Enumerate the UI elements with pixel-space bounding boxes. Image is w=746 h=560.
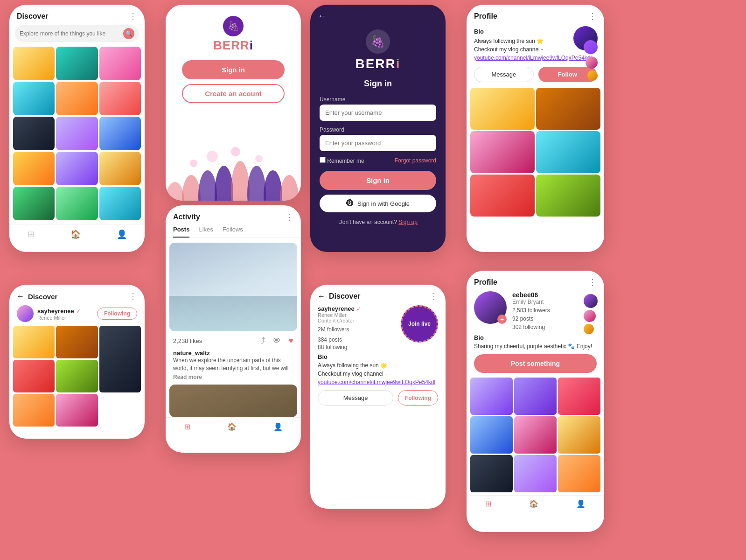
message-button[interactable]: Message xyxy=(474,67,534,82)
post-username: nature_waltz xyxy=(173,350,293,357)
photo-3[interactable] xyxy=(99,47,141,80)
p8-photo-4[interactable] xyxy=(470,416,513,454)
profile-photo-4[interactable] xyxy=(536,131,600,173)
p8-photo-1[interactable] xyxy=(470,378,513,415)
p8-photo-3[interactable] xyxy=(558,378,600,415)
phone5-menu-icon[interactable]: ⋮ xyxy=(129,291,137,301)
profile-nav-8[interactable]: 👤 xyxy=(576,499,586,508)
photo-10[interactable] xyxy=(13,152,55,185)
p5-photo-2[interactable] xyxy=(56,326,98,358)
profile-photo-1[interactable] xyxy=(470,88,535,130)
photo-7[interactable] xyxy=(13,117,55,150)
create-account-button[interactable]: Create an acount xyxy=(182,84,285,103)
svg-point-6 xyxy=(264,170,282,201)
p5-photo-7[interactable] xyxy=(56,394,98,427)
read-more-link[interactable]: Read more xyxy=(173,374,202,380)
phone1-menu-icon[interactable]: ⋮ xyxy=(129,11,137,21)
photo-4[interactable] xyxy=(13,82,55,115)
vlog-link[interactable]: youtube.com/channel/iLmwjee9wfLOqxPe54kd… xyxy=(474,55,592,61)
like-icon[interactable]: ♥ xyxy=(288,336,293,346)
vlog-link-7[interactable]: youtube.com/channel/iLmwjee9wfLOqxPe54kd… xyxy=(318,379,435,385)
phone4-header: Profile ⋮ xyxy=(467,5,604,25)
photo-8[interactable] xyxy=(56,117,98,150)
p8-photo-5[interactable] xyxy=(514,416,557,454)
username-field[interactable] xyxy=(320,105,436,121)
join-live-button[interactable]: Join live xyxy=(401,305,438,343)
photo-5[interactable] xyxy=(56,82,98,115)
p5-photo-3[interactable] xyxy=(99,326,141,392)
photo-1[interactable] xyxy=(13,47,55,80)
photo-12[interactable] xyxy=(99,152,141,185)
phone8-menu-icon[interactable]: ⋮ xyxy=(588,277,597,287)
grid-nav-8[interactable]: ⊞ xyxy=(485,499,491,508)
password-field[interactable] xyxy=(320,135,436,151)
post-photo-secondary[interactable] xyxy=(169,385,297,417)
signup-link[interactable]: Sign up xyxy=(398,219,418,225)
home-icon[interactable]: 🏠 xyxy=(70,229,81,239)
berri-logo-area: 🍇 BERRBERRii xyxy=(213,5,253,60)
tab-posts[interactable]: Posts xyxy=(173,226,189,238)
phone5-user-text: sayheyrenee ✓ Renee Miller xyxy=(37,307,81,321)
message-btn-7[interactable]: Message xyxy=(318,390,393,406)
following-btn-7[interactable]: Following xyxy=(398,390,438,406)
p5-photo-6[interactable] xyxy=(13,394,55,427)
photo-6[interactable] xyxy=(99,82,141,115)
remember-checkbox[interactable] xyxy=(320,157,326,163)
back-icon[interactable]: ← xyxy=(17,292,24,301)
phone5-header: ← Discover ⋮ xyxy=(9,285,145,305)
phone1-search-bar[interactable]: 🔍 xyxy=(15,25,139,42)
p8-photo-7[interactable] xyxy=(470,455,513,492)
profile-nav-icon[interactable]: 👤 xyxy=(273,422,283,431)
phone6-header: Activity ⋮ xyxy=(166,205,301,226)
p8-photo-2[interactable] xyxy=(514,378,557,415)
tab-follows[interactable]: Follows xyxy=(223,226,243,238)
google-signin-button[interactable]: 🅖 Sign in with Google xyxy=(320,195,436,212)
p5-photo-1[interactable] xyxy=(13,326,55,358)
share-icon[interactable]: ⤴ xyxy=(261,336,265,346)
photo-13[interactable] xyxy=(13,187,55,220)
phone4-menu-icon[interactable]: ⋮ xyxy=(588,11,597,21)
photo-14[interactable] xyxy=(56,187,98,220)
search-icon[interactable]: 🔍 xyxy=(123,28,134,39)
p5-photo-4[interactable] xyxy=(13,360,55,392)
profile-photo-2[interactable] xyxy=(536,88,600,130)
back-button[interactable]: ← xyxy=(310,5,446,25)
profile-photo-5[interactable] xyxy=(470,175,535,217)
photo-11[interactable] xyxy=(56,152,98,185)
p8-photo-8[interactable] xyxy=(514,455,557,492)
post-something-button[interactable]: Post something xyxy=(474,354,597,373)
following-button[interactable]: Following xyxy=(97,308,137,320)
remember-label[interactable]: Remember me xyxy=(320,157,364,164)
phone7-menu-icon[interactable]: ⋮ xyxy=(430,291,438,301)
search-input[interactable] xyxy=(20,30,123,37)
p5-photo-5[interactable] xyxy=(56,360,98,392)
photo-9[interactable] xyxy=(99,117,141,150)
signin-button[interactable]: Sign in xyxy=(182,60,285,79)
p8-photo-9[interactable] xyxy=(558,455,600,492)
back-icon-7[interactable]: ← xyxy=(318,292,325,301)
grid-icon[interactable]: ⊞ xyxy=(28,229,35,239)
phone1-bottom-nav: ⊞ 🏠 👤 xyxy=(9,224,145,244)
phone1-title: Discover xyxy=(17,12,49,21)
photo-15[interactable] xyxy=(99,187,141,220)
signin-submit-button[interactable]: Sign in xyxy=(320,171,436,190)
svg-point-1 xyxy=(182,175,201,201)
grid-nav-icon[interactable]: ⊞ xyxy=(184,422,190,431)
profile-icon[interactable]: 👤 xyxy=(117,229,127,239)
tab-likes[interactable]: Likes xyxy=(199,226,213,238)
p8-photo-6[interactable] xyxy=(558,416,600,454)
view-icon[interactable]: 👁 xyxy=(272,336,281,346)
phone7-stats: 2M followers xyxy=(318,326,361,333)
google-icon: 🅖 xyxy=(346,199,354,208)
home-nav-icon[interactable]: 🏠 xyxy=(227,422,237,431)
add-photo-icon[interactable]: + xyxy=(497,315,507,324)
home-nav-8[interactable]: 🏠 xyxy=(529,499,538,508)
phone4-title: Profile xyxy=(474,12,497,21)
phone-discover-bottom-left: ← Discover ⋮ sayheyrenee ✓ Renee Miller … xyxy=(9,285,145,439)
post-photo-main[interactable] xyxy=(169,243,297,331)
profile-photo-3[interactable] xyxy=(470,131,535,173)
phone6-menu-icon[interactable]: ⋮ xyxy=(285,212,293,222)
profile-photo-6[interactable] xyxy=(536,175,600,217)
photo-2[interactable] xyxy=(56,47,98,80)
forgot-password-link[interactable]: Forgot password xyxy=(395,157,436,164)
